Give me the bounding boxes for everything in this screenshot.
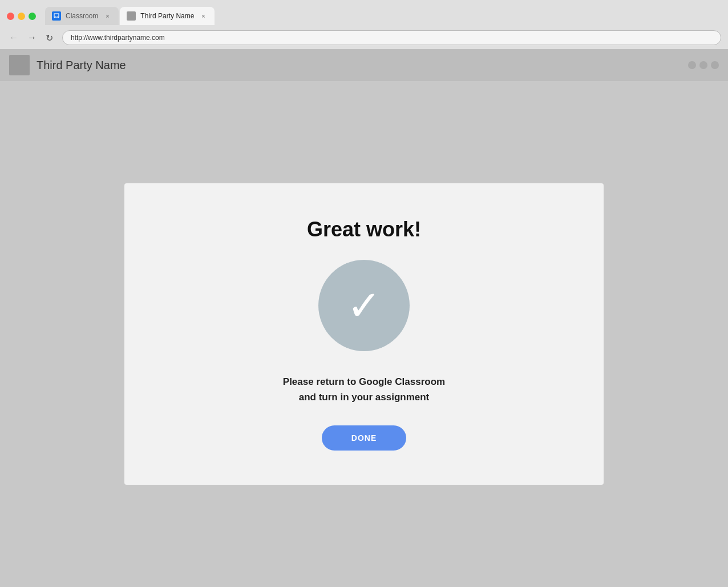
tab-classroom[interactable]: Classroom × [45,7,119,25]
modal-message-line2: and turn in your assignment [283,389,445,405]
dot-3 [711,61,719,69]
window-controls [7,13,36,20]
modal-card: Great work! ✓ Please return to Google Cl… [124,183,604,485]
modal-message: Please return to Google Classroom and tu… [283,374,445,405]
tab-thirdparty[interactable]: Third Party Name × [120,7,215,25]
title-bar: Classroom × Third Party Name × [0,0,728,26]
url-bar[interactable]: http://www.thirdpartyname.com [62,30,721,45]
address-bar: ← → ↻ http://www.thirdpartyname.com [0,26,728,49]
window-minimize-button[interactable] [18,13,25,20]
window-maximize-button[interactable] [29,13,36,20]
reload-button[interactable]: ↻ [43,31,55,45]
tab-classroom-label: Classroom [66,12,98,20]
app-title: Third Party Name [37,59,126,72]
nav-buttons: ← → ↻ [7,31,55,45]
dot-1 [688,61,696,69]
browser-chrome: Classroom × Third Party Name × ← → ↻ htt… [0,0,728,49]
check-circle: ✓ [318,260,410,351]
modal-title: Great work! [307,218,421,242]
tab-thirdparty-label: Third Party Name [140,12,194,20]
done-button[interactable]: DONE [322,425,406,451]
thirdparty-favicon-icon [127,11,136,21]
window-close-button[interactable] [7,13,14,20]
app-header-left: Third Party Name [9,55,126,75]
tab-classroom-close[interactable]: × [103,11,112,21]
app-logo-icon [9,55,30,75]
classroom-favicon-icon [52,11,61,21]
modal-message-line1: Please return to Google Classroom [283,374,445,389]
forward-button[interactable]: → [25,31,39,44]
page-background: Great work! ✓ Please return to Google Cl… [0,81,728,587]
app-header-dots [688,61,719,69]
back-button[interactable]: ← [7,31,21,44]
browser-tabs: Classroom × Third Party Name × [45,7,721,25]
tab-thirdparty-close[interactable]: × [199,11,208,21]
app-header: Third Party Name [0,49,728,81]
url-text: http://www.thirdpartyname.com [71,34,165,42]
svg-rect-0 [54,14,59,17]
dot-2 [699,61,707,69]
checkmark-icon: ✓ [347,285,381,326]
